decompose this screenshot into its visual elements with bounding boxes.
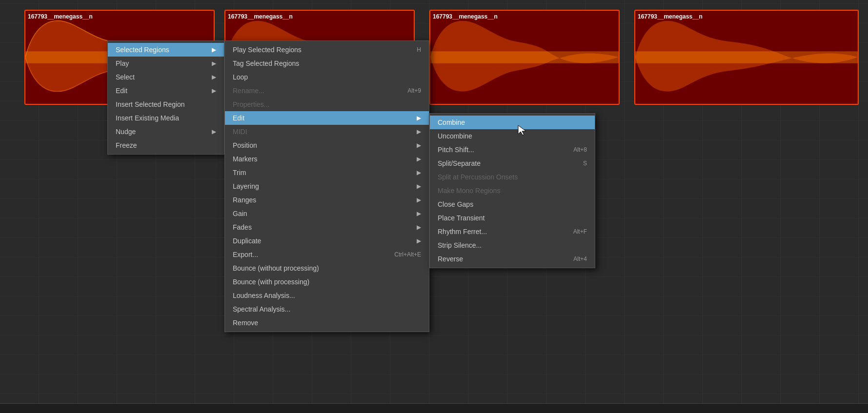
menu-l3-split-shortcut: S xyxy=(583,160,587,167)
menu-l3-split[interactable]: Split/Separate S xyxy=(430,157,595,170)
menu-l2-tag-selected-label: Tag Selected Regions xyxy=(233,59,421,67)
menu-l1-edit[interactable]: Edit ▶ xyxy=(108,84,224,98)
menu-l1-select[interactable]: Select ▶ xyxy=(108,70,224,84)
menu-l1-selected-regions-arrow: ▶ xyxy=(212,46,216,53)
menu-l3-make-mono: Make Mono Regions xyxy=(430,184,595,197)
menu-l3-strip-silence-label: Strip Silence... xyxy=(438,241,587,249)
menu-l2-layering[interactable]: Layering ▶ xyxy=(225,179,429,193)
menu-l1-play-label: Play xyxy=(116,59,208,67)
context-menu-level1: Selected Regions ▶ Play ▶ Select ▶ Edit … xyxy=(107,40,224,155)
track-title-3: 167793__menegass__n xyxy=(433,13,498,20)
track-clip-3[interactable]: 167793__menegass__n xyxy=(429,10,620,105)
menu-l2-fades-label: Fades xyxy=(233,223,413,231)
menu-l2-tag-selected[interactable]: Tag Selected Regions xyxy=(225,57,429,70)
menu-l2-position-arrow: ▶ xyxy=(417,142,421,149)
menu-l2-rename-label: Rename... xyxy=(233,87,398,95)
menu-l3-rhythm-ferret[interactable]: Rhythm Ferret... Alt+F xyxy=(430,225,595,238)
menu-l1-select-label: Select xyxy=(116,73,208,81)
menu-l2-midi-label: MIDI xyxy=(233,128,413,136)
menu-l2-gain[interactable]: Gain ▶ xyxy=(225,207,429,220)
track-title-2: 167793__menegass__n xyxy=(228,13,293,20)
menu-l1-nudge-label: Nudge xyxy=(116,128,208,136)
menu-l3-combine[interactable]: Combine xyxy=(430,116,595,129)
menu-l3-pitch-shift[interactable]: Pitch Shift... Alt+8 xyxy=(430,143,595,157)
menu-l2-play-selected-label: Play Selected Regions xyxy=(233,46,407,54)
menu-l2-loudness-label: Loudness Analysis... xyxy=(233,292,421,299)
menu-l2-export-shortcut: Ctrl+Alt+E xyxy=(394,251,421,258)
menu-l2-markers-label: Markers xyxy=(233,155,413,163)
menu-l2-export-label: Export... xyxy=(233,251,384,258)
menu-l2-duplicate-label: Duplicate xyxy=(233,237,413,245)
menu-l2-rename: Rename... Alt+9 xyxy=(225,84,429,98)
menu-l2-edit[interactable]: Edit ▶ xyxy=(225,111,429,125)
menu-l2-edit-arrow: ▶ xyxy=(417,115,421,121)
menu-l2-bounce-proc-label: Bounce (with processing) xyxy=(233,278,421,286)
menu-l3-place-transient-label: Place Transient xyxy=(438,214,587,222)
menu-l2-ranges[interactable]: Ranges ▶ xyxy=(225,193,429,207)
menu-l2-loop[interactable]: Loop xyxy=(225,70,429,84)
menu-l2-bounce-no-proc-label: Bounce (without processing) xyxy=(233,264,421,272)
menu-l1-freeze[interactable]: Freeze xyxy=(108,138,224,152)
svg-rect-8 xyxy=(635,51,858,63)
menu-l2-duplicate[interactable]: Duplicate ▶ xyxy=(225,234,429,248)
menu-l3-split-label: Split/Separate xyxy=(438,159,573,167)
menu-l1-insert-selected[interactable]: Insert Selected Region xyxy=(108,98,224,111)
menu-l2-loop-label: Loop xyxy=(233,73,421,81)
menu-l3-reverse-shortcut: Alt+4 xyxy=(573,256,587,262)
menu-l2-remove[interactable]: Remove xyxy=(225,316,429,330)
menu-l1-insert-selected-label: Insert Selected Region xyxy=(116,100,216,108)
menu-l1-select-arrow: ▶ xyxy=(212,74,216,80)
menu-l3-split-percussion-label: Split at Percussion Onsets xyxy=(438,173,587,181)
menu-l1-freeze-label: Freeze xyxy=(116,141,216,149)
menu-l2-export[interactable]: Export... Ctrl+Alt+E xyxy=(225,248,429,261)
menu-l2-bounce-proc[interactable]: Bounce (with processing) xyxy=(225,275,429,289)
menu-l2-fades[interactable]: Fades ▶ xyxy=(225,220,429,234)
menu-l2-fades-arrow: ▶ xyxy=(417,224,421,231)
waveform-3 xyxy=(430,11,619,104)
menu-l2-trim-label: Trim xyxy=(233,169,413,177)
menu-l2-midi: MIDI ▶ xyxy=(225,125,429,138)
menu-l3-reverse-label: Reverse xyxy=(438,255,564,263)
menu-l2-trim[interactable]: Trim ▶ xyxy=(225,166,429,179)
menu-l2-properties-label: Properties... xyxy=(233,100,421,108)
menu-l3-place-transient[interactable]: Place Transient xyxy=(430,211,595,225)
menu-l3-pitch-shift-shortcut: Alt+8 xyxy=(573,146,587,153)
menu-l1-nudge-arrow: ▶ xyxy=(212,128,216,135)
menu-l1-selected-regions[interactable]: Selected Regions ▶ xyxy=(108,43,224,57)
menu-l2-midi-arrow: ▶ xyxy=(417,128,421,135)
menu-l2-gain-arrow: ▶ xyxy=(417,210,421,217)
context-menu-level2: Play Selected Regions H Tag Selected Reg… xyxy=(224,40,429,332)
menu-l1-edit-label: Edit xyxy=(116,87,208,95)
menu-l2-edit-label: Edit xyxy=(233,114,413,122)
menu-l2-bounce-no-proc[interactable]: Bounce (without processing) xyxy=(225,261,429,275)
menu-l2-ranges-arrow: ▶ xyxy=(417,197,421,203)
menu-l2-spectral[interactable]: Spectral Analysis... xyxy=(225,302,429,316)
menu-l1-play-arrow: ▶ xyxy=(212,60,216,67)
menu-l3-make-mono-label: Make Mono Regions xyxy=(438,187,587,195)
menu-l3-uncombine-label: Uncombine xyxy=(438,132,587,140)
menu-l3-uncombine[interactable]: Uncombine xyxy=(430,129,595,143)
menu-l2-layering-label: Layering xyxy=(233,182,413,190)
menu-l1-insert-existing-label: Insert Existing Media xyxy=(116,114,216,122)
track-clip-4[interactable]: 167793__menegass__n xyxy=(634,10,859,105)
menu-l2-loudness[interactable]: Loudness Analysis... xyxy=(225,289,429,302)
menu-l1-edit-arrow: ▶ xyxy=(212,87,216,94)
menu-l2-spectral-label: Spectral Analysis... xyxy=(233,305,421,313)
menu-l3-reverse[interactable]: Reverse Alt+4 xyxy=(430,252,595,266)
menu-l1-selected-regions-label: Selected Regions xyxy=(116,46,208,54)
timeline-bar xyxy=(0,403,868,413)
menu-l1-play[interactable]: Play ▶ xyxy=(108,57,224,70)
menu-l2-rename-shortcut: Alt+9 xyxy=(407,87,421,94)
menu-l2-markers[interactable]: Markers ▶ xyxy=(225,152,429,166)
menu-l3-split-percussion: Split at Percussion Onsets xyxy=(430,170,595,184)
menu-l2-play-selected[interactable]: Play Selected Regions H xyxy=(225,43,429,57)
menu-l2-remove-label: Remove xyxy=(233,319,421,327)
menu-l3-close-gaps[interactable]: Close Gaps xyxy=(430,197,595,211)
menu-l2-position[interactable]: Position ▶ xyxy=(225,138,429,152)
track-title-4: 167793__menegass__n xyxy=(638,13,703,20)
menu-l2-duplicate-arrow: ▶ xyxy=(417,237,421,244)
menu-l1-nudge[interactable]: Nudge ▶ xyxy=(108,125,224,138)
waveform-4 xyxy=(635,11,858,104)
menu-l3-strip-silence[interactable]: Strip Silence... xyxy=(430,238,595,252)
menu-l1-insert-existing[interactable]: Insert Existing Media xyxy=(108,111,224,125)
